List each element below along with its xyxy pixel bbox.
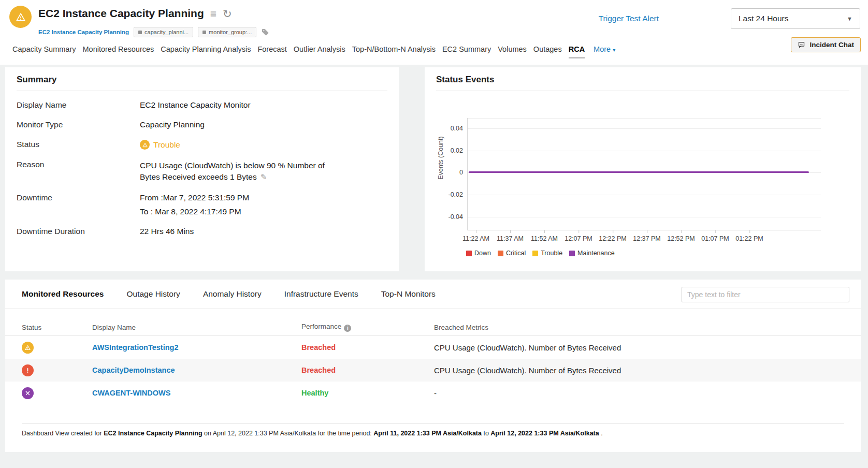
- top-header: EC2 Instance Capacity Planning ≡ ↻ EC2 I…: [0, 0, 868, 65]
- summary-row-status: Status Trouble: [11, 135, 393, 155]
- divider: [5, 309, 861, 309]
- tab-outages[interactable]: Outages: [533, 45, 562, 57]
- col-header-display-name: Display Name: [92, 324, 301, 331]
- summary-row-monitor-type: Monitor Type Capacity Planning: [11, 115, 393, 135]
- legend-item-maintenance[interactable]: Maintenance: [569, 250, 615, 257]
- trouble-status-icon: [140, 140, 150, 150]
- tab-top-n-bottom-n-analysis[interactable]: Top-N/Bottom-N Analysis: [352, 45, 436, 57]
- dashboard-footer-note: Dashboard View created for EC2 Instance …: [22, 430, 603, 437]
- table-row: AWSIntegrationTesting2 Breached CPU Usag…: [5, 336, 861, 359]
- resources-tabs: Monitored Resources Outage History Anoma…: [22, 289, 436, 299]
- breached-metrics: CPU Usage (CloudWatch). Number of Bytes …: [434, 343, 849, 352]
- tab-forecast[interactable]: Forecast: [257, 45, 286, 57]
- maintenance-series-line: [469, 171, 809, 173]
- x-tick-label: 11:52 AM: [531, 235, 558, 242]
- legend-item-trouble[interactable]: Trouble: [532, 250, 562, 257]
- table-row: CapacityDemoInstance Breached CPU Usage …: [5, 359, 861, 382]
- edit-reason-icon[interactable]: ✎: [261, 172, 267, 181]
- x-tick-label: 01:22 PM: [735, 235, 763, 242]
- info-icon[interactable]: i: [344, 325, 351, 332]
- tag-chip-monitor-group[interactable]: monitor_group:...: [198, 27, 256, 37]
- monitored-resources-panel: Monitored Resources Outage History Anoma…: [5, 280, 861, 452]
- col-header-performance: Performancei: [301, 323, 434, 332]
- tab-monitored-resources-active[interactable]: Monitored Resources: [22, 289, 104, 299]
- x-tick-label: 01:07 PM: [701, 235, 729, 242]
- tab-outlier-analysis[interactable]: Outlier Analysis: [294, 45, 345, 57]
- filter-input[interactable]: [682, 287, 849, 302]
- summary-card: Summary Display Name EC2 Instance Capaci…: [5, 67, 399, 271]
- x-tick-label: 12:22 PM: [599, 235, 627, 242]
- summary-row-downtime-duration: Downtime Duration 22 Hrs 46 Mins: [11, 222, 393, 241]
- gridline: -0.04: [468, 217, 821, 217]
- tags-icon[interactable]: [261, 28, 269, 36]
- tab-infrastructure-events[interactable]: Infrastructure Events: [284, 289, 358, 299]
- trouble-swatch: [532, 251, 538, 256]
- tab-more-dropdown[interactable]: More ▾: [594, 45, 615, 53]
- x-tick-label: 12:07 PM: [565, 235, 592, 242]
- tab-anomaly-history[interactable]: Anomaly History: [203, 289, 262, 299]
- display-name-value: EC2 Instance Capacity Monitor: [140, 100, 251, 110]
- gridline: -0.02: [468, 195, 821, 195]
- downtime-from: From :Mar 7, 2022 5:31:59 PM: [140, 193, 249, 202]
- warning-triangle-icon: [15, 11, 26, 23]
- critical-status-icon: [22, 364, 34, 376]
- tag-square-icon: [202, 31, 206, 34]
- resource-link[interactable]: CapacityDemoInstance: [92, 366, 301, 374]
- tab-capacity-summary[interactable]: Capacity Summary: [12, 45, 76, 57]
- table-header-row: Status Display Name Performancei Breache…: [5, 319, 861, 336]
- tab-ec2-summary[interactable]: EC2 Summary: [442, 45, 491, 57]
- x-tick-label: 11:37 AM: [497, 235, 524, 242]
- tab-monitored-resources[interactable]: Monitored Resources: [82, 45, 154, 57]
- downtime-to: To : Mar 8, 2022 4:17:49 PM: [140, 207, 249, 216]
- chevron-down-icon: ▾: [613, 47, 615, 53]
- page-title: EC2 Instance Capacity Planning: [38, 7, 204, 20]
- x-tick-label: 11:22 AM: [462, 235, 489, 242]
- monitor-type-value: Capacity Planning: [140, 120, 205, 129]
- tab-volumes[interactable]: Volumes: [498, 45, 527, 57]
- incident-chat-button[interactable]: Incident Chat: [791, 37, 861, 52]
- down-swatch: [466, 251, 472, 256]
- resource-link[interactable]: CWAGENT-WINDOWS: [92, 389, 301, 397]
- x-tick-label: 12:52 PM: [667, 235, 695, 242]
- breached-metrics: CPU Usage (CloudWatch). Number of Bytes …: [434, 366, 849, 375]
- refresh-icon[interactable]: ↻: [223, 8, 232, 19]
- time-range-dropdown[interactable]: Last 24 Hours ▼: [731, 8, 860, 29]
- resources-table: Status Display Name Performancei Breache…: [5, 319, 861, 404]
- downtime-duration-value: 22 Hrs 46 Mins: [140, 227, 194, 236]
- gridline: 0.02: [468, 151, 821, 151]
- chevron-down-icon: ▼: [847, 16, 852, 22]
- table-row: CWAGENT-WINDOWS Healthy -: [5, 382, 861, 404]
- tag-chip-capacity-planning[interactable]: capacity_planni...: [134, 27, 193, 37]
- reason-value: CPU Usage (CloudWatch) is below 90 % Num…: [140, 160, 332, 183]
- performance-status: Breached: [301, 343, 434, 352]
- resource-link[interactable]: AWSIntegrationTesting2: [92, 343, 301, 352]
- maintenance-status-icon: [22, 387, 34, 399]
- chart-legend: Down Critical Trouble Maintenance: [466, 250, 615, 257]
- divider: [22, 423, 844, 424]
- breached-metrics: -: [434, 389, 849, 398]
- performance-status: Healthy: [301, 389, 434, 397]
- maintenance-swatch: [569, 251, 575, 256]
- performance-status: Breached: [301, 366, 434, 374]
- trigger-test-alert-link[interactable]: Trigger Test Alert: [599, 14, 659, 23]
- gridline: [468, 118, 821, 119]
- gridline: 0.04: [468, 128, 821, 129]
- tab-rca-active[interactable]: RCA: [569, 45, 585, 58]
- col-header-breached-metrics: Breached Metrics: [434, 324, 849, 331]
- chat-bubble-icon: [798, 41, 805, 49]
- monitor-status-trouble-icon: [9, 6, 32, 28]
- hamburger-menu-icon[interactable]: ≡: [210, 8, 216, 19]
- summary-heading: Summary: [17, 67, 387, 91]
- tab-outage-history[interactable]: Outage History: [126, 289, 180, 299]
- tab-top-n-monitors[interactable]: Top-N Monitors: [381, 289, 436, 299]
- legend-item-critical[interactable]: Critical: [498, 250, 526, 257]
- tab-capacity-planning-analysis[interactable]: Capacity Planning Analysis: [161, 45, 251, 57]
- status-badge: Trouble: [140, 140, 180, 150]
- tag-square-icon: [138, 31, 142, 34]
- breadcrumb-monitor-link[interactable]: EC2 Instance Capacity Planning: [38, 29, 129, 35]
- x-tick-label: 12:37 PM: [633, 235, 661, 242]
- status-events-card: Status Events Events (Count) 0.04 0.02 0…: [425, 67, 861, 271]
- legend-item-down[interactable]: Down: [466, 250, 491, 257]
- status-events-heading: Status Events: [436, 67, 849, 91]
- summary-row-display-name: Display Name EC2 Instance Capacity Monit…: [11, 95, 393, 115]
